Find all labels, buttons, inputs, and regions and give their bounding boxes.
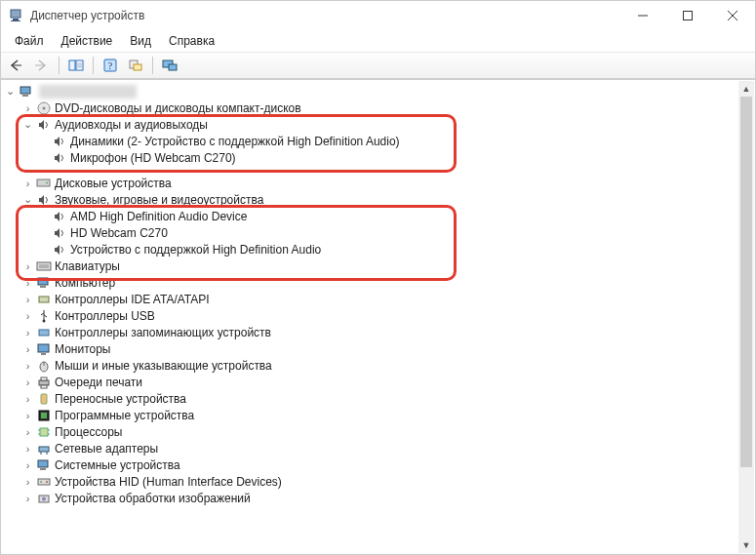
expand-toggle[interactable]: ›	[21, 102, 34, 114]
category-label: Очереди печати	[55, 376, 142, 389]
close-button[interactable]	[710, 1, 755, 30]
tree-category[interactable]: ⌄ Звуковые, игровые и видеоустройства	[2, 191, 738, 208]
speaker-icon	[36, 192, 52, 208]
expand-toggle[interactable]: ›	[21, 327, 34, 338]
expand-toggle[interactable]: ›	[21, 493, 34, 504]
device-label: AMD High Definition Audio Device	[70, 210, 247, 223]
scroll-thumb[interactable]	[740, 97, 752, 467]
nav-back-button[interactable]	[5, 55, 28, 76]
expand-toggle[interactable]: ›	[21, 377, 34, 388]
menu-view[interactable]: Вид	[122, 32, 159, 50]
keyboard-icon	[36, 258, 52, 274]
expand-toggle[interactable]: ›	[21, 360, 34, 372]
svg-rect-38	[41, 385, 47, 388]
category-label: Контроллеры USB	[55, 309, 155, 323]
tree-category[interactable]: › Переносные устройства	[2, 390, 738, 407]
tree-category[interactable]: › Компьютер	[2, 274, 738, 291]
tree-device[interactable]: AMD High Definition Audio Device	[2, 208, 738, 224]
expand-toggle[interactable]: ›	[21, 410, 34, 421]
tree-category[interactable]: › Клавиатуры	[2, 258, 738, 274]
tree-category[interactable]: ⌄ Аудиовходы и аудиовыходы	[2, 116, 738, 133]
speaker-icon	[52, 150, 67, 166]
expand-toggle[interactable]: ›	[21, 443, 34, 455]
expand-toggle[interactable]: ›	[21, 476, 34, 488]
expand-toggle[interactable]: ›	[21, 310, 34, 322]
menu-action[interactable]: Действие	[54, 32, 121, 50]
device-label: Микрофон (HD Webcam C270)	[70, 151, 236, 165]
tree-category[interactable]: › Очереди печати	[2, 374, 738, 390]
hid-icon	[36, 474, 52, 490]
svg-point-56	[42, 496, 46, 500]
tree-category[interactable]: › DVD-дисководы и дисководы компакт-диск…	[2, 99, 738, 116]
svg-rect-29	[39, 297, 49, 302]
toolbar: ?	[1, 52, 755, 79]
expand-toggle[interactable]: ›	[21, 260, 34, 272]
expand-toggle[interactable]: ›	[21, 277, 34, 289]
minimize-button[interactable]	[620, 1, 665, 30]
vertical-scrollbar[interactable]: ▲ ▼	[738, 81, 754, 553]
expand-toggle[interactable]: ›	[21, 178, 34, 189]
expand-toggle[interactable]: ›	[21, 393, 34, 405]
tree-category[interactable]: › Мыши и иные указывающие устройства	[2, 357, 738, 374]
tree-root[interactable]: ⌄	[2, 83, 738, 99]
tree-category[interactable]: › Процессоры	[2, 423, 738, 440]
drive-icon	[36, 176, 52, 191]
toolbar-separator	[59, 57, 60, 74]
category-label: Мониторы	[55, 342, 110, 356]
speaker-icon	[52, 209, 67, 224]
show-tree-button[interactable]	[64, 55, 88, 76]
category-label: Клавиатуры	[55, 259, 120, 273]
expand-toggle[interactable]: ⌄	[21, 193, 34, 206]
tree-device[interactable]: Устройство с поддержкой High Definition …	[2, 241, 738, 258]
toolbar-separator	[152, 57, 153, 74]
tree-category[interactable]: › Дисковые устройства	[2, 175, 738, 191]
tree-category[interactable]: › Системные устройства	[2, 456, 738, 473]
monitor-icon	[36, 341, 52, 357]
device-tree[interactable]: ⌄ › DVD-дисководы и дисководы компакт-ди…	[2, 81, 738, 553]
computer-name-redacted	[39, 85, 137, 99]
expand-toggle[interactable]: ⌄	[4, 85, 17, 98]
expand-toggle[interactable]: ›	[21, 426, 34, 438]
nav-forward-button[interactable]	[30, 55, 54, 76]
category-label: Мыши и иные указывающие устройства	[55, 359, 272, 373]
svg-rect-51	[40, 468, 46, 470]
category-label: Системные устройства	[55, 458, 180, 472]
tree-category[interactable]: › Контроллеры запоминающих устройств	[2, 324, 738, 340]
window-title: Диспетчер устройств	[30, 9, 620, 22]
svg-rect-39	[41, 394, 47, 404]
tree-category[interactable]: › Мониторы	[2, 340, 738, 357]
tree-category[interactable]: › Сетевые адаптеры	[2, 440, 738, 456]
tree-category[interactable]: › Программные устройства	[2, 407, 738, 423]
system-icon	[36, 457, 52, 473]
tree-category[interactable]: › Контроллеры IDE ATA/ATAPI	[2, 291, 738, 307]
tree-device[interactable]: Микрофон (HD Webcam C270)	[2, 149, 738, 166]
menu-help[interactable]: Справка	[161, 32, 222, 50]
tree-device[interactable]: HD Webcam C270	[2, 224, 738, 241]
svg-point-21	[43, 106, 46, 109]
disc-icon	[36, 100, 52, 116]
tree-category[interactable]: › Устройства HID (Human Interface Device…	[2, 473, 738, 490]
tree-category[interactable]: › Устройства обработки изображений	[2, 490, 738, 506]
app-icon	[9, 8, 24, 23]
view-computers-button[interactable]	[158, 55, 181, 76]
tree-device[interactable]: Динамики (2- Устройство с поддержкой Hig…	[2, 133, 738, 149]
svg-rect-31	[39, 330, 49, 336]
portable-icon	[36, 391, 52, 407]
svg-rect-27	[38, 278, 48, 285]
maximize-button[interactable]	[665, 1, 710, 30]
expand-toggle[interactable]: ›	[21, 459, 34, 471]
help-button[interactable]: ?	[99, 55, 122, 76]
svg-rect-32	[38, 344, 49, 352]
svg-rect-19	[22, 95, 28, 97]
scroll-down-button[interactable]: ▼	[738, 537, 754, 553]
expand-toggle[interactable]: ⌄	[21, 118, 34, 131]
scroll-up-button[interactable]: ▲	[738, 81, 754, 97]
menu-file[interactable]: Файл	[7, 32, 52, 50]
speaker-icon	[52, 225, 67, 241]
expand-toggle[interactable]: ›	[21, 343, 34, 355]
expand-toggle[interactable]: ›	[21, 294, 34, 305]
scan-hardware-button[interactable]	[124, 55, 147, 76]
category-label: Переносные устройства	[55, 392, 186, 406]
tree-category[interactable]: › Контроллеры USB	[2, 307, 738, 324]
scroll-track[interactable]	[738, 97, 754, 537]
